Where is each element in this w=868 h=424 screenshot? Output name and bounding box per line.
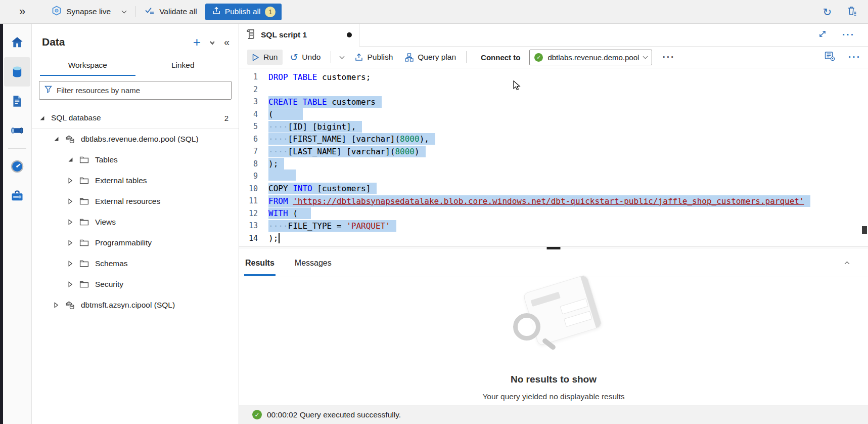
tree-item-external-resources[interactable]: External resources (32, 191, 239, 211)
add-resource-button[interactable]: + (193, 37, 201, 48)
nav-manage[interactable] (4, 181, 30, 210)
scrollbar-caret-mark[interactable] (862, 226, 867, 234)
nav-develop[interactable] (4, 87, 30, 116)
line-number[interactable]: 8 (239, 159, 268, 168)
publish-button[interactable]: Publish (350, 50, 398, 65)
text-caret (279, 233, 280, 243)
code-line-12[interactable]: 12WITH ( (239, 207, 868, 220)
collapsed-arrow-icon[interactable] (67, 240, 73, 246)
nav-data[interactable] (4, 57, 30, 87)
divider (135, 6, 135, 17)
collapsed-arrow-icon[interactable] (67, 261, 73, 267)
collapse-panel-icon[interactable]: « (224, 36, 230, 48)
unsaved-indicator (347, 32, 352, 37)
line-number[interactable]: 13 (239, 221, 268, 230)
code-editor[interactable]: 1DROP TABLE customers;23CREATE TABLE cus… (239, 68, 868, 246)
line-number[interactable]: 3 (239, 97, 268, 106)
discard-all-icon[interactable] (847, 6, 857, 18)
code-line-7[interactable]: 7····[LAST_NAME] [varchar](8000) (239, 145, 868, 158)
line-number[interactable]: 5 (239, 122, 268, 131)
chevron-down-icon[interactable] (122, 8, 127, 13)
nav-integrate[interactable] (4, 116, 30, 145)
code-line-4[interactable]: 4( (239, 108, 868, 121)
code-line-1[interactable]: 1DROP TABLE customers; (239, 71, 868, 83)
upload-icon (212, 7, 220, 17)
tree-item-schemas[interactable]: Schemas (32, 253, 239, 274)
expand-menu-icon[interactable]: » (19, 6, 25, 17)
more-actions-icon[interactable]: ··· (842, 29, 855, 40)
collapsed-arrow-icon[interactable] (67, 219, 73, 225)
collapse-results-icon[interactable] (845, 262, 850, 267)
collapsed-arrow-icon[interactable] (53, 302, 59, 308)
code-line-10[interactable]: 10COPY INTO [customers] (239, 183, 868, 195)
tree-item-dbtlabs-revenue-demo-pool-sql[interactable]: dbtlabs.revenue.demo.pool (SQL) (32, 129, 239, 149)
code-line-13[interactable]: 13····FILE_TYPE = 'PARQUET' (239, 220, 868, 232)
line-number[interactable]: 14 (239, 234, 268, 243)
tree-item-sql-database[interactable]: SQL database2 (32, 108, 239, 129)
synapse-live-selector[interactable]: Synapse live (52, 6, 126, 18)
code-line-5[interactable]: 5····[ID] [bigint], (239, 120, 868, 133)
undo-redo-dropdown[interactable] (336, 54, 348, 61)
session-settings-icon[interactable] (825, 51, 835, 63)
results-body: No results to show Your query yielded no… (239, 276, 868, 405)
collapse-all-icon[interactable] (211, 41, 214, 43)
tree-item-programmability[interactable]: Programmability (32, 232, 239, 253)
nav-home[interactable] (4, 28, 30, 57)
filter-input[interactable] (57, 86, 226, 95)
code-line-3[interactable]: 3CREATE TABLE customers (239, 96, 868, 108)
collapsed-arrow-icon[interactable] (67, 178, 73, 184)
tab-messages[interactable]: Messages (294, 252, 333, 276)
splitter-drag-handle[interactable] (547, 247, 561, 249)
code-line-14[interactable]: 14); (239, 232, 868, 245)
tree-item-security[interactable]: Security (32, 274, 239, 294)
empty-results-title: No results to show (511, 374, 597, 385)
line-number[interactable]: 11 (239, 196, 268, 205)
line-number[interactable]: 9 (239, 172, 268, 181)
status-message: 00:00:02 Query executed successfully. (267, 410, 401, 419)
toolbar-more-icon[interactable]: ··· (662, 52, 675, 63)
publish-all-button[interactable]: Publish all 1 (205, 4, 282, 20)
line-number[interactable]: 4 (239, 110, 268, 119)
code-line-8[interactable]: 8); (239, 158, 868, 171)
expanded-arrow-icon[interactable] (39, 115, 45, 121)
tab-sql-script-1[interactable]: SQL script 1 (239, 24, 359, 47)
folder-icon (79, 280, 89, 288)
validate-all-button[interactable]: Validate all (145, 6, 197, 17)
tree-item-label: External resources (95, 197, 160, 206)
tab-results[interactable]: Results (244, 252, 276, 276)
collapsed-arrow-icon[interactable] (67, 198, 73, 204)
tree-item-views[interactable]: Views (32, 211, 239, 232)
pool-dropdown[interactable]: ✓ dbtlabs.revenue.demo.pool (529, 50, 652, 65)
line-number[interactable]: 10 (239, 184, 268, 193)
run-button[interactable]: Run (247, 50, 283, 65)
nav-monitor[interactable] (4, 152, 30, 181)
line-number[interactable]: 2 (239, 85, 268, 94)
sql-script-icon (246, 29, 255, 41)
expand-editor-icon[interactable] (818, 29, 827, 40)
tree-item-tables[interactable]: Tables (32, 149, 239, 170)
line-number[interactable]: 12 (239, 209, 268, 218)
results-more-icon[interactable]: ··· (848, 52, 861, 63)
expanded-arrow-icon[interactable] (53, 136, 59, 142)
tab-workspace[interactable]: Workspace (40, 56, 135, 76)
query-plan-button[interactable]: Query plan (400, 50, 461, 65)
tree-item-label: dbtmsft.azsyn.cipool (SQL) (81, 301, 175, 310)
tree-item-label: Views (95, 218, 116, 227)
refresh-icon[interactable]: ↻ (823, 7, 832, 17)
tree-item-external-tables[interactable]: External tables (32, 170, 239, 191)
code-line-6[interactable]: 6····[FIRST_NAME] [varchar](8000), (239, 133, 868, 146)
tree-item-label: dbtlabs.revenue.demo.pool (SQL) (81, 135, 199, 144)
undo-button[interactable]: ↺ Undo (285, 50, 326, 65)
expanded-arrow-icon[interactable] (67, 157, 73, 162)
line-number[interactable]: 7 (239, 147, 268, 156)
publish-count-badge: 1 (265, 7, 276, 17)
collapsed-arrow-icon[interactable] (67, 281, 73, 287)
tree-item-dbtmsft-azsyn-cipool-sql[interactable]: dbtmsft.azsyn.cipool (SQL) (32, 294, 239, 315)
code-line-9[interactable]: 9 (239, 170, 868, 183)
code-line-11[interactable]: 11FROM 'https://dbtlabsynapsedatalake.bl… (239, 195, 868, 207)
line-number[interactable]: 6 (239, 135, 268, 144)
line-number[interactable]: 1 (239, 72, 268, 81)
pipeline-icon (10, 123, 24, 138)
code-line-2[interactable]: 2 (239, 83, 868, 96)
tab-linked[interactable]: Linked (135, 56, 231, 76)
